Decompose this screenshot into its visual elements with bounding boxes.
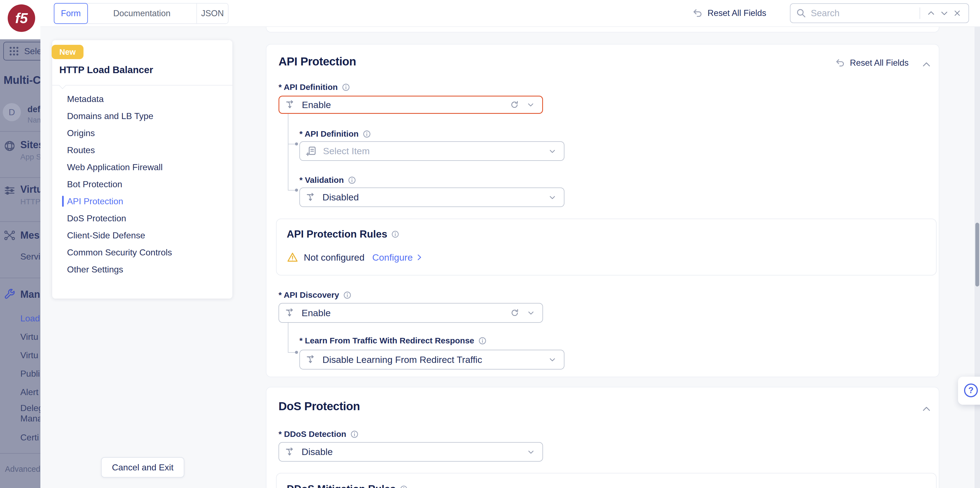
rules-status-row: Not configured Configure bbox=[287, 252, 423, 263]
reset-field-icon[interactable] bbox=[510, 308, 519, 317]
info-icon[interactable] bbox=[342, 83, 350, 92]
reset-all-fields-section-label: Reset All Fields bbox=[850, 58, 908, 68]
info-icon[interactable] bbox=[350, 430, 359, 439]
sites-globe-icon bbox=[3, 140, 16, 152]
nav-item-metadata[interactable]: Metadata bbox=[52, 92, 232, 105]
panel-divider-notch bbox=[59, 82, 66, 89]
search-divider bbox=[920, 8, 920, 19]
api-definition-value: Enable bbox=[302, 99, 510, 110]
advanced-toggle-label: Advanced bbox=[5, 465, 40, 474]
configure-rules-link[interactable]: Configure bbox=[372, 252, 423, 263]
nav-item-client-side-defense[interactable]: Client-Side Defense bbox=[52, 229, 232, 242]
mesh-icon bbox=[3, 229, 16, 242]
namespace-name: def bbox=[27, 104, 40, 114]
virtual-hosts-icon bbox=[3, 184, 16, 197]
chevron-down-icon[interactable] bbox=[548, 193, 557, 202]
ddos-mitigation-rules-title: DDoS Mitigation Rules bbox=[287, 483, 408, 488]
org-title: Multi-C bbox=[3, 74, 40, 86]
search-prev-icon[interactable] bbox=[924, 9, 938, 18]
tab-form[interactable]: Form bbox=[54, 3, 88, 24]
sidebar-link-delegated-line2: Mana bbox=[20, 413, 40, 424]
nav-item-common-security-controls[interactable]: Common Security Controls bbox=[52, 246, 232, 259]
previous-section-card-edge bbox=[266, 26, 939, 32]
branch-icon bbox=[285, 99, 296, 110]
nav-item-origins[interactable]: Origins bbox=[52, 126, 232, 140]
info-icon[interactable] bbox=[391, 230, 399, 238]
panel-divider bbox=[52, 85, 232, 86]
chevron-down-icon[interactable] bbox=[548, 147, 557, 156]
reset-all-fields-section-button[interactable]: Reset All Fields bbox=[835, 58, 908, 68]
select-service-button: Sele bbox=[3, 42, 40, 61]
search-next-icon[interactable] bbox=[938, 9, 951, 18]
sidebar-link-certificates: Certi bbox=[20, 432, 39, 443]
sidebar-divider bbox=[0, 277, 40, 278]
sidebar-item-service: Servi bbox=[20, 252, 40, 262]
validation-value: Disabled bbox=[323, 192, 548, 203]
sidebar-link-alerts: Alert bbox=[20, 387, 38, 397]
collapse-section-icon[interactable] bbox=[921, 404, 932, 414]
learn-redirect-label: * Learn From Traffic With Redirect Respo… bbox=[299, 336, 487, 345]
tab-documentation[interactable]: Documentation bbox=[88, 3, 197, 23]
learn-redirect-value: Disable Learning From Redirect Traffic bbox=[323, 354, 548, 365]
info-icon[interactable] bbox=[343, 291, 352, 300]
search-box bbox=[790, 3, 969, 23]
api-definition-item-placeholder: Select Item bbox=[323, 146, 548, 156]
nav-item-routes[interactable]: Routes bbox=[52, 144, 232, 157]
sidebar-item-virtual-sub: HTTP bbox=[20, 198, 40, 206]
api-definition-item-select[interactable]: Select Item bbox=[299, 141, 565, 161]
nav-item-api-protection[interactable]: API Protection bbox=[52, 195, 232, 208]
api-definition-label: * API Definition bbox=[278, 83, 350, 92]
chevron-down-icon[interactable] bbox=[527, 448, 535, 456]
f5-logo[interactable]: f5 bbox=[8, 5, 35, 32]
search-input[interactable] bbox=[810, 8, 915, 19]
nav-item-domains-lb-type[interactable]: Domains and LB Type bbox=[52, 109, 232, 123]
chevron-down-icon[interactable] bbox=[548, 355, 557, 364]
sidebar-divider bbox=[0, 131, 40, 132]
sidebar-link-virtual-2: Virtu bbox=[20, 350, 38, 360]
tab-json[interactable]: JSON bbox=[197, 3, 228, 23]
info-icon[interactable] bbox=[399, 485, 408, 488]
reset-field-icon[interactable] bbox=[510, 100, 519, 109]
tree-connector-stub bbox=[288, 190, 295, 191]
reset-all-fields-top-label: Reset All Fields bbox=[708, 8, 766, 18]
scrollbar-thumb[interactable] bbox=[975, 223, 979, 287]
info-icon[interactable] bbox=[363, 130, 371, 138]
select-service-label: Sele bbox=[24, 46, 40, 56]
nav-item-dos-protection[interactable]: DoS Protection bbox=[52, 212, 232, 225]
search-close-icon[interactable] bbox=[951, 9, 964, 18]
app-root: Form Documentation JSON Reset All Fields bbox=[0, 0, 980, 488]
api-definition-dropdown[interactable]: Enable bbox=[278, 96, 543, 114]
tree-connector-stub bbox=[288, 144, 295, 144]
tree-connector-dot bbox=[295, 188, 298, 191]
sidebar-link-load-balancers: Load bbox=[20, 313, 40, 324]
reset-all-fields-top-button[interactable]: Reset All Fields bbox=[692, 0, 766, 26]
chevron-down-icon[interactable] bbox=[527, 308, 535, 317]
help-button[interactable]: ? bbox=[958, 376, 980, 405]
sidebar-link-published: Publi bbox=[20, 369, 40, 379]
sidebar-item-virtual: Virtu bbox=[20, 183, 40, 195]
tree-connector-line bbox=[288, 323, 288, 353]
nav-item-other-settings[interactable]: Other Settings bbox=[52, 263, 232, 276]
sidebar-item-sites-sub: App S bbox=[20, 153, 40, 161]
view-mode-tabs: Form Documentation JSON bbox=[54, 3, 229, 24]
sidebar-divider bbox=[0, 221, 40, 222]
ddos-detection-label: * DDoS Detection bbox=[278, 429, 359, 439]
branch-icon bbox=[285, 308, 296, 318]
warning-icon bbox=[287, 252, 298, 263]
collapse-section-icon[interactable] bbox=[921, 59, 932, 70]
api-discovery-dropdown[interactable]: Enable bbox=[278, 303, 543, 323]
ddos-detection-dropdown[interactable]: Disable bbox=[278, 442, 543, 462]
chevron-down-icon[interactable] bbox=[526, 100, 535, 109]
learn-redirect-dropdown[interactable]: Disable Learning From Redirect Traffic bbox=[299, 350, 565, 370]
info-icon[interactable] bbox=[478, 336, 487, 345]
search-icon bbox=[796, 8, 807, 18]
nav-item-waf[interactable]: Web Application Firewall bbox=[52, 161, 232, 174]
namespace-avatar: D bbox=[3, 103, 21, 121]
form-title: HTTP Load Balancer bbox=[59, 64, 153, 75]
nav-item-bot-protection[interactable]: Bot Protection bbox=[52, 178, 232, 191]
dos-protection-heading: DoS Protection bbox=[278, 400, 360, 413]
cancel-and-exit-button[interactable]: Cancel and Exit bbox=[101, 457, 184, 478]
help-question-icon: ? bbox=[964, 384, 978, 397]
info-icon[interactable] bbox=[348, 176, 356, 185]
validation-dropdown[interactable]: Disabled bbox=[299, 188, 565, 207]
